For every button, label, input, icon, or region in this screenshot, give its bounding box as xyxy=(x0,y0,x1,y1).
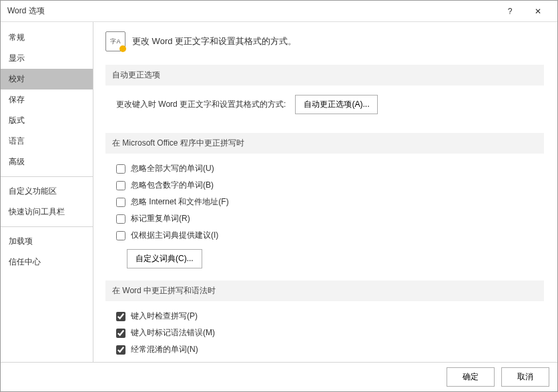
proofing-icon xyxy=(105,31,125,51)
sidebar-item-advanced[interactable]: 高级 xyxy=(1,152,93,172)
checkbox-input[interactable] xyxy=(116,214,125,224)
checkbox-input[interactable] xyxy=(116,345,125,355)
sidebar-item-general[interactable]: 常规 xyxy=(1,27,93,48)
section-body-word-spell: 键入时检查拼写(P) 键入时标记语法错误(M) 经常混淆的单词(N) 随拼写检查… xyxy=(105,311,544,362)
checkbox-input[interactable] xyxy=(116,198,125,207)
checkbox-label: 忽略包含数字的单词(B) xyxy=(131,180,214,191)
help-button[interactable]: ? xyxy=(496,1,524,21)
autocorrect-row: 更改键入时 Word 更正文字和设置其格式的方式: 自动更正选项(A)... xyxy=(116,95,539,114)
checkbox-confused-words[interactable]: 经常混淆的单词(N) xyxy=(116,344,539,355)
content: 更改 Word 更正文字和设置其格式的方式。 自动更正选项 更改键入时 Word… xyxy=(93,22,557,362)
checkbox-ignore-numbers[interactable]: 忽略包含数字的单词(B) xyxy=(116,180,539,191)
main: 常规 显示 校对 保存 版式 语言 高级 自定义功能区 快速访问工具栏 加载项 … xyxy=(1,22,557,362)
autocorrect-options-button[interactable]: 自动更正选项(A)... xyxy=(295,95,378,114)
checkbox-mark-grammar-typing[interactable]: 键入时标记语法错误(M) xyxy=(116,327,539,339)
checkbox-label: 仅根据主词典提供建议(I) xyxy=(131,230,218,241)
help-icon: ? xyxy=(508,7,513,16)
checkbox-input[interactable] xyxy=(116,181,125,190)
sidebar-item-customize-ribbon[interactable]: 自定义功能区 xyxy=(1,181,93,202)
section-title-word-spell: 在 Word 中更正拼写和语法时 xyxy=(105,280,544,301)
checkbox-label: 忽略 Internet 和文件地址(F) xyxy=(131,196,229,208)
checkbox-label: 键入时检查拼写(P) xyxy=(131,311,198,322)
ok-button[interactable]: 确定 xyxy=(447,367,495,387)
page-header-text: 更改 Word 更正文字和设置其格式的方式。 xyxy=(132,35,296,47)
checkbox-label: 标记重复单词(R) xyxy=(131,213,190,224)
word-options-dialog: Word 选项 ? ✕ 常规 显示 校对 保存 版式 语言 高级 自定义功能区 … xyxy=(0,0,558,392)
sidebar-item-language[interactable]: 语言 xyxy=(1,131,93,152)
sidebar: 常规 显示 校对 保存 版式 语言 高级 自定义功能区 快速访问工具栏 加载项 … xyxy=(1,22,93,362)
custom-dictionaries-button[interactable]: 自定义词典(C)... xyxy=(127,249,202,268)
sidebar-item-addins[interactable]: 加载项 xyxy=(1,231,93,252)
autocorrect-desc: 更改键入时 Word 更正文字和设置其格式的方式: xyxy=(116,99,286,110)
sidebar-separator xyxy=(1,176,93,177)
page-header: 更改 Word 更正文字和设置其格式的方式。 xyxy=(105,31,544,51)
sidebar-separator xyxy=(1,226,93,227)
section-title-autocorrect: 自动更正选项 xyxy=(105,65,544,85)
checkbox-input[interactable] xyxy=(116,329,125,338)
section-body-autocorrect: 更改键入时 Word 更正文字和设置其格式的方式: 自动更正选项(A)... xyxy=(105,95,544,133)
checkbox-main-dict-only[interactable]: 仅根据主词典提供建议(I) xyxy=(116,230,539,241)
section-title-office-spell: 在 Microsoft Office 程序中更正拼写时 xyxy=(105,133,544,154)
titlebar: Word 选项 ? ✕ xyxy=(1,1,557,22)
sidebar-item-trust-center[interactable]: 信任中心 xyxy=(1,252,93,272)
checkbox-flag-repeated[interactable]: 标记重复单词(R) xyxy=(116,213,539,224)
close-icon: ✕ xyxy=(535,7,541,16)
sidebar-item-save[interactable]: 保存 xyxy=(1,89,93,110)
checkbox-input[interactable] xyxy=(116,231,125,240)
close-button[interactable]: ✕ xyxy=(524,1,552,21)
sidebar-item-quick-access[interactable]: 快速访问工具栏 xyxy=(1,202,93,222)
dialog-footer: 确定 取消 xyxy=(1,362,557,391)
section-body-office-spell: 忽略全部大写的单词(U) 忽略包含数字的单词(B) 忽略 Internet 和文… xyxy=(105,163,544,280)
checkbox-label: 键入时标记语法错误(M) xyxy=(131,327,215,339)
dialog-title: Word 选项 xyxy=(7,5,496,17)
checkbox-input[interactable] xyxy=(116,312,125,321)
checkbox-label: 忽略全部大写的单词(U) xyxy=(131,163,214,174)
sidebar-item-proofing[interactable]: 校对 xyxy=(1,69,93,89)
checkbox-input[interactable] xyxy=(116,164,125,174)
sidebar-item-display[interactable]: 显示 xyxy=(1,48,93,69)
checkbox-ignore-internet[interactable]: 忽略 Internet 和文件地址(F) xyxy=(116,196,539,208)
checkbox-ignore-uppercase[interactable]: 忽略全部大写的单词(U) xyxy=(116,163,539,174)
sidebar-item-layout[interactable]: 版式 xyxy=(1,110,93,131)
checkbox-label: 经常混淆的单词(N) xyxy=(131,344,198,355)
cancel-button[interactable]: 取消 xyxy=(501,367,549,387)
checkbox-check-spelling-typing[interactable]: 键入时检查拼写(P) xyxy=(116,311,539,322)
